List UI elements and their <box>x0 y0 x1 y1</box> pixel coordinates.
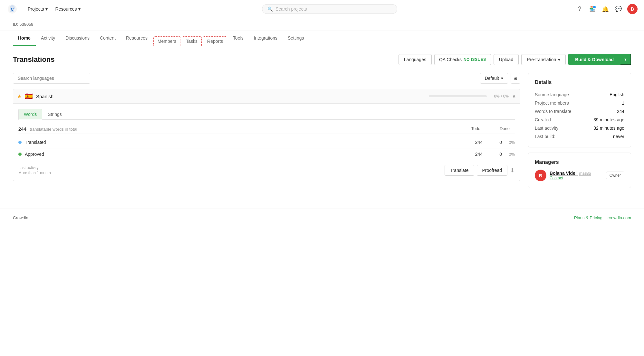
last-activity-value[interactable]: More than 1 month <box>18 171 51 175</box>
chevron-down-icon: ▾ <box>45 6 48 12</box>
details-card: Details Source language English Project … <box>528 73 631 147</box>
managers-card: Managers B Bojana Videi mssBo Contact Ow… <box>528 153 631 188</box>
crowdin-link[interactable]: crowdin.com <box>608 215 631 220</box>
progress-bar-spanish <box>429 95 487 97</box>
main-content: Translations Languages QA Checks NO ISSU… <box>0 46 644 196</box>
tab-activity[interactable]: Activity <box>36 31 60 46</box>
svg-text:C: C <box>11 7 14 12</box>
star-icon[interactable]: ★ <box>17 93 22 99</box>
tab-content[interactable]: Content <box>95 31 121 46</box>
manager-row: B Bojana Videi mssBo Contact Owner <box>535 170 624 181</box>
lang-controls: Default ▾ ⊞ <box>13 73 520 84</box>
collapse-icon[interactable]: ∧ <box>512 93 516 100</box>
tab-discussions[interactable]: Discussions <box>60 31 95 46</box>
total-words: 244 translatable words in total <box>18 126 77 132</box>
detail-last-activity: Last activity 32 minutes ago <box>535 124 624 132</box>
tab-reports[interactable]: Reports <box>203 36 227 46</box>
grid-view-button[interactable]: ⊞ <box>511 73 520 84</box>
approved-stat-row: Approved 244 0 0% <box>18 148 515 160</box>
search-icon: 🔍 <box>267 6 273 12</box>
last-activity-label: Last activity <box>18 165 51 170</box>
top-nav: C Projects ▾ Resources ▾ 🔍 Search projec… <box>0 0 644 18</box>
app-logo[interactable]: C <box>6 3 18 15</box>
stats-cols: Todo Done <box>471 126 515 132</box>
translated-pct: 0% <box>502 140 515 145</box>
language-action-buttons: Translate Proofread ⬇ <box>445 165 515 176</box>
bell-icon[interactable]: 🔔 <box>601 5 609 13</box>
spanish-flag: 🇪🇸 <box>25 92 33 100</box>
language-header-spanish: ★ 🇪🇸 Spanish 0% • 0% ∧ <box>13 89 520 104</box>
chevron-down-icon: ▾ <box>558 57 560 62</box>
language-main: Default ▾ ⊞ ★ 🇪🇸 Spanish 0% • 0% ∧ <box>13 73 520 188</box>
detail-source-language: Source language English <box>535 90 624 99</box>
toolbar: Languages QA Checks NO ISSUES Upload Pre… <box>399 54 631 65</box>
tab-words[interactable]: Words <box>18 109 42 120</box>
search-languages-input[interactable] <box>13 73 90 84</box>
manager-info: Bojana Videi mssBo Contact <box>550 171 603 180</box>
download-icon[interactable]: ⬇ <box>510 167 515 174</box>
global-search[interactable]: 🔍 Search projects <box>262 4 397 14</box>
qa-checks-button[interactable]: QA Checks NO ISSUES <box>434 54 491 65</box>
detail-created: Created 39 minutes ago <box>535 116 624 124</box>
translated-stat-row: Translated 244 0 0% <box>18 136 515 148</box>
tab-tasks[interactable]: Tasks <box>182 36 202 46</box>
managers-title: Managers <box>535 159 624 165</box>
user-avatar[interactable]: B <box>627 4 638 14</box>
tab-tools[interactable]: Tools <box>228 31 249 46</box>
languages-button[interactable]: Languages <box>399 54 432 65</box>
nav-actions: ? 🏪 🔔 💬 B <box>576 4 638 14</box>
approved-dot <box>18 153 22 156</box>
translated-todo: 244 <box>457 140 483 145</box>
language-body-spanish: Words Strings 244 translatable words in … <box>13 104 520 181</box>
proofread-button[interactable]: Proofread <box>477 165 507 176</box>
language-section: Default ▾ ⊞ ★ 🇪🇸 Spanish 0% • 0% ∧ <box>13 73 631 188</box>
footer-links: Plans & Pricing crowdin.com <box>574 215 631 220</box>
details-sidebar: Details Source language English Project … <box>528 73 631 188</box>
approved-todo: 244 <box>457 152 483 157</box>
tab-strings[interactable]: Strings <box>42 109 67 120</box>
tab-resources[interactable]: Resources <box>121 31 153 46</box>
page-footer: Crowdin Plans & Pricing crowdin.com <box>0 209 644 227</box>
translate-button[interactable]: Translate <box>445 165 474 176</box>
tab-integrations[interactable]: Integrations <box>249 31 283 46</box>
words-strings-tabs: Words Strings <box>18 109 515 120</box>
build-download-arrow[interactable]: ▾ <box>620 54 631 65</box>
help-icon[interactable]: ? <box>576 5 583 13</box>
translated-dot <box>18 141 22 144</box>
translations-header: Translations Languages QA Checks NO ISSU… <box>13 54 631 65</box>
translated-done: 0 <box>483 140 502 145</box>
stats-header: 244 translatable words in total Todo Don… <box>18 124 515 134</box>
approved-label: Approved <box>25 152 457 157</box>
tab-home[interactable]: Home <box>13 31 36 46</box>
chevron-down-icon: ▾ <box>78 6 81 12</box>
owner-badge: Owner <box>606 172 624 179</box>
manager-name[interactable]: Bojana Videi mssBo <box>550 171 603 176</box>
footer-brand: Crowdin <box>13 215 28 220</box>
upload-button[interactable]: Upload <box>494 54 519 65</box>
nav-links: Projects ▾ Resources ▾ <box>24 5 84 14</box>
translations-title: Translations <box>13 55 55 64</box>
build-download-button[interactable]: Build & Download <box>568 54 620 65</box>
language-item-spanish: ★ 🇪🇸 Spanish 0% • 0% ∧ Words Strings <box>13 89 520 181</box>
contact-link[interactable]: Contact <box>550 176 603 180</box>
tab-members[interactable]: Members <box>153 36 180 46</box>
build-download-group: Build & Download ▾ <box>568 54 631 65</box>
details-title: Details <box>535 80 624 85</box>
detail-project-members: Project members 1 <box>535 99 624 107</box>
chat-icon[interactable]: 💬 <box>614 5 622 13</box>
project-id: ID: 538058 <box>0 18 644 31</box>
sort-button[interactable]: Default ▾ <box>480 73 508 84</box>
manager-avatar: B <box>535 170 546 181</box>
last-activity-section: Last activity More than 1 month <box>18 165 51 175</box>
store-icon[interactable]: 🏪 <box>589 5 596 13</box>
nav-resources[interactable]: Resources ▾ <box>52 5 84 14</box>
plans-pricing-link[interactable]: Plans & Pricing <box>574 215 602 220</box>
translated-label: Translated <box>25 140 457 145</box>
pretranslation-button[interactable]: Pre-translation ▾ <box>521 54 566 65</box>
tab-settings[interactable]: Settings <box>283 31 309 46</box>
progress-pct-spanish: 0% • 0% <box>494 94 509 98</box>
approved-done: 0 <box>483 152 502 157</box>
grid-icon: ⊞ <box>514 76 517 81</box>
project-tabs: Home Activity Discussions Content Resour… <box>0 31 644 46</box>
nav-projects[interactable]: Projects ▾ <box>24 5 51 14</box>
